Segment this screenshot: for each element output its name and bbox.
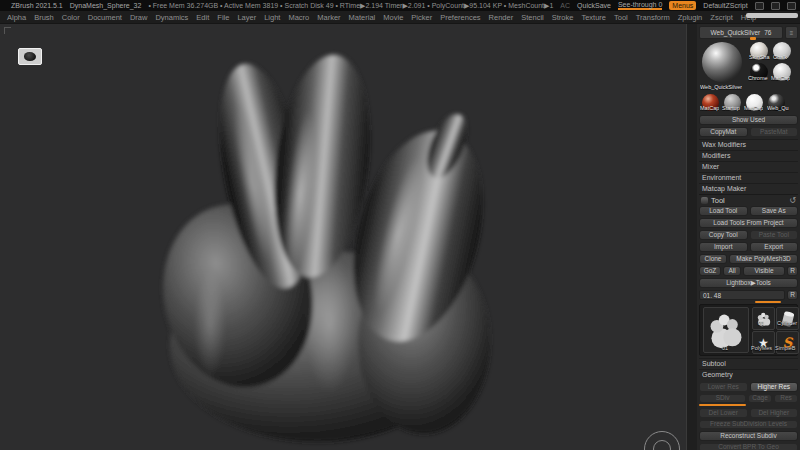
material-web-quicksilver[interactable] xyxy=(702,42,742,82)
tool-thumb-label: Cylinder xyxy=(777,320,797,326)
tool-palette-icon xyxy=(701,197,708,204)
menu-document[interactable]: Document xyxy=(88,13,122,22)
menu-layer[interactable]: Layer xyxy=(237,13,256,22)
material-label: Chrome xyxy=(748,75,768,81)
load-tools-from-project-button[interactable]: Load Tools From Project xyxy=(699,218,798,228)
convert-bpr-button[interactable]: Convert BPR To Geo xyxy=(699,443,798,450)
sculpture-mesh[interactable] xyxy=(0,24,686,450)
section-mixer[interactable]: Mixer xyxy=(699,161,798,172)
status-stats: • Free Mem 36.274GB • Active Mem 3819 • … xyxy=(148,2,553,10)
menu-macro[interactable]: Macro xyxy=(288,13,309,22)
tool-reload-icon[interactable]: ↺ xyxy=(789,196,796,205)
panel-scrollbar[interactable] xyxy=(746,13,798,18)
higher-res-button[interactable]: Higher Res xyxy=(750,382,799,392)
material-label: Chalk xyxy=(773,54,787,60)
tool-slider-marker xyxy=(755,301,781,303)
menu-dynamics[interactable]: Dynamics xyxy=(155,13,188,22)
cage-button[interactable]: Cage xyxy=(748,394,772,403)
res-button[interactable]: Res xyxy=(774,394,798,403)
current-material-selector[interactable]: Web_QuickSilver 76 xyxy=(699,26,783,39)
tool-thumb-label: PolyMes xyxy=(751,345,772,351)
menu-picker[interactable]: Picker xyxy=(411,13,432,22)
current-tool-r-button[interactable]: R xyxy=(787,290,798,300)
copymat-button[interactable]: CopyMat xyxy=(699,127,748,137)
material-label: MatCap xyxy=(700,105,719,111)
menu-stencil[interactable]: Stencil xyxy=(521,13,544,22)
see-through-slider[interactable]: See-through 0 xyxy=(618,1,662,10)
menu-alpha[interactable]: Alpha xyxy=(7,13,26,22)
goz-r-button[interactable]: R xyxy=(787,266,798,276)
tool-thumb-label: 01 xyxy=(758,320,764,326)
ac-label: AC xyxy=(560,2,570,9)
current-material-value: 76 xyxy=(764,29,771,36)
current-material-name: Web_QuickSilver xyxy=(711,29,761,36)
menu-draw[interactable]: Draw xyxy=(130,13,148,22)
tool-palette-title: Tool xyxy=(711,196,725,205)
material-label: SkinSha xyxy=(749,54,770,60)
save-as-button[interactable]: Save As xyxy=(750,206,799,216)
menu-render[interactable]: Render xyxy=(489,13,514,22)
del-higher-button[interactable]: Del Higher xyxy=(750,408,799,418)
export-button[interactable]: Export xyxy=(750,242,799,252)
right-tray: Web_QuickSilver 76 ≡ Web_QuickSilver Ski… xyxy=(697,24,800,450)
menu-edit[interactable]: Edit xyxy=(196,13,209,22)
goz-visible-button[interactable]: Visible xyxy=(743,266,785,276)
section-matcap-maker[interactable]: Matcap Maker xyxy=(699,183,798,194)
section-environment[interactable]: Environment xyxy=(699,172,798,183)
menu-zscript[interactable]: Zscript xyxy=(710,13,733,22)
tool-thumb-label: 01 xyxy=(722,345,728,351)
menu-light[interactable]: Light xyxy=(264,13,280,22)
recent-materials: MatCap Startup MatCap Web_Qu xyxy=(699,94,798,113)
lower-res-button[interactable]: Lower Res xyxy=(699,382,748,392)
make-polymesh3d-button[interactable]: Make PolyMesh3D xyxy=(729,254,798,264)
tool-thumb-cylinder[interactable] xyxy=(776,307,799,330)
quicksave-button[interactable]: QuickSave xyxy=(577,2,611,9)
tool-thumbnails: 01 01 Cylinder ★ PolyMes S xyxy=(699,304,798,356)
section-wax-modifiers[interactable]: Wax Modifiers xyxy=(699,139,798,150)
menu-bar: Alpha Brush Color Document Draw Dynamics… xyxy=(0,11,800,24)
material-label: Startup xyxy=(722,105,740,111)
import-button[interactable]: Import xyxy=(699,242,748,252)
material-label: Web_QuickSilver xyxy=(700,84,742,90)
history-redo-icon[interactable] xyxy=(771,2,780,10)
document-name: DynaMesh_Sphere_32 xyxy=(70,2,142,9)
material-label: MatCap xyxy=(771,75,790,81)
del-lower-button[interactable]: Del Lower xyxy=(699,408,748,418)
history-undo-icon[interactable] xyxy=(755,2,764,10)
section-geometry[interactable]: Geometry xyxy=(699,369,798,380)
sdiv-slider[interactable]: SDiv xyxy=(699,394,746,403)
sculpt-canvas[interactable] xyxy=(0,24,686,450)
tool-thumb-label: SimpleB xyxy=(775,345,795,351)
menu-stroke[interactable]: Stroke xyxy=(552,13,574,22)
section-modifiers[interactable]: Modifiers xyxy=(699,150,798,161)
material-menu-icon[interactable]: ≡ xyxy=(785,26,798,39)
section-subtool[interactable]: Subtool xyxy=(699,358,798,369)
menu-preferences[interactable]: Preferences xyxy=(440,13,480,22)
menus-button[interactable]: Menus xyxy=(669,1,696,10)
menu-file[interactable]: File xyxy=(217,13,229,22)
reconstruct-subdiv-button[interactable]: Reconstruct Subdiv xyxy=(699,431,798,441)
menu-brush[interactable]: Brush xyxy=(34,13,54,22)
menu-color[interactable]: Color xyxy=(62,13,80,22)
menu-marker[interactable]: Marker xyxy=(317,13,340,22)
clone-button[interactable]: Clone xyxy=(699,254,727,264)
menu-material[interactable]: Material xyxy=(349,13,376,22)
menu-zplugin[interactable]: Zplugin xyxy=(678,13,703,22)
menu-tool[interactable]: Tool xyxy=(614,13,628,22)
copy-tool-button[interactable]: Copy Tool xyxy=(699,230,748,240)
pastemat-button[interactable]: PasteMat xyxy=(750,127,799,137)
freeze-subdivision-button[interactable]: Freeze SubDivision Levels xyxy=(699,420,798,429)
paste-tool-button[interactable]: Paste Tool xyxy=(750,230,799,240)
current-tool-name[interactable]: 01. 48 xyxy=(699,290,785,300)
goz-all-button[interactable]: All xyxy=(723,266,741,276)
load-tool-button[interactable]: Load Tool xyxy=(699,206,748,216)
show-used-button[interactable]: Show Used xyxy=(699,115,798,125)
doc-layout-icon[interactable] xyxy=(787,2,796,10)
goz-button[interactable]: GoZ xyxy=(699,266,721,276)
menu-texture[interactable]: Texture xyxy=(581,13,606,22)
menu-movie[interactable]: Movie xyxy=(383,13,403,22)
lightbox-tools-button[interactable]: Lightbox▶Tools xyxy=(699,278,798,288)
default-zscript-button[interactable]: DefaultZScript xyxy=(703,2,747,9)
tool-thumb-01[interactable] xyxy=(752,307,775,330)
menu-transform[interactable]: Transform xyxy=(636,13,670,22)
